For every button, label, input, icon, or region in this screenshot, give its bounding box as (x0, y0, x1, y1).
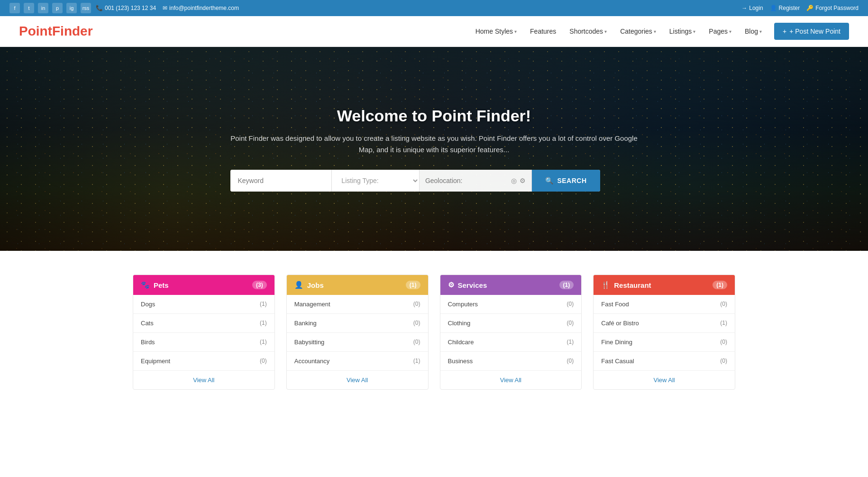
list-item[interactable]: Dogs (1) (133, 295, 274, 314)
category-items-list: Management (0) Banking (0) Babysitting (… (287, 295, 428, 370)
nav-pages[interactable]: Pages ▾ (703, 24, 737, 39)
geolocation-field[interactable]: ◎ ⚙ (420, 170, 532, 192)
geolocation-input[interactable] (425, 177, 508, 184)
top-bar-right: → Login 👤 Register 🔑 Forgot Password (741, 5, 859, 11)
category-name: Services (458, 281, 487, 289)
category-card-services: ⚙ Services (1) Computers (0) Clothing (0… (440, 275, 582, 390)
category-item-count: (0) (720, 358, 727, 365)
list-item[interactable]: Accountancy (1) (287, 352, 428, 370)
nav-features[interactable]: Features (524, 24, 562, 39)
nav-shortcodes[interactable]: Shortcodes ▾ (564, 24, 612, 39)
category-item-name: Equipment (141, 358, 170, 365)
category-item-name: Cats (141, 320, 154, 327)
phone-icon: 📞 (96, 5, 103, 11)
view-all-pets[interactable]: View All (133, 370, 274, 389)
category-header-pets[interactable]: 🐾 Pets (3) (133, 275, 274, 295)
list-item[interactable]: Fine Dining (0) (594, 333, 735, 352)
category-item-name: Accountancy (294, 358, 329, 365)
logo-text-rest: oint (28, 24, 52, 38)
category-header-services[interactable]: ⚙ Services (1) (440, 275, 582, 295)
nav-blog[interactable]: Blog ▾ (739, 24, 767, 39)
email-icon: ✉ (163, 5, 167, 11)
listing-type-select[interactable]: Listing Type: (332, 170, 420, 192)
phone-contact: 📞 001 (123) 123 12 34 (96, 5, 156, 11)
view-all-restaurant[interactable]: View All (594, 370, 735, 389)
list-item[interactable]: Management (0) (287, 295, 428, 314)
crosshair-icon[interactable]: ◎ (511, 177, 517, 184)
view-all-jobs[interactable]: View All (287, 370, 428, 389)
list-item[interactable]: Fast Casual (0) (594, 352, 735, 370)
list-item[interactable]: Cats (1) (133, 314, 274, 333)
category-count-badge: (3) (252, 281, 267, 289)
email-contact: ✉ info@pointfindertheme.com (163, 5, 239, 11)
category-header-left: 👤 Jobs (294, 281, 324, 289)
category-card-jobs: 👤 Jobs (1) Management (0) Banking (0) Ba… (286, 275, 429, 390)
post-new-point-button[interactable]: + + Post New Point (774, 23, 849, 40)
facebook-icon[interactable]: f (9, 3, 20, 13)
login-link[interactable]: → Login (741, 5, 763, 11)
rss-icon[interactable]: rss (81, 3, 91, 13)
chevron-down-icon: ▾ (693, 29, 695, 34)
category-count-badge: (1) (559, 281, 574, 289)
list-item[interactable]: Café or Bistro (1) (594, 314, 735, 333)
category-item-count: (1) (260, 320, 267, 327)
nav-listings[interactable]: Listings ▾ (664, 24, 701, 39)
list-item[interactable]: Computers (0) (440, 295, 582, 314)
category-count-badge: (1) (713, 281, 727, 289)
list-item[interactable]: Birds (1) (133, 333, 274, 352)
list-item[interactable]: Equipment (0) (133, 352, 274, 370)
twitter-icon[interactable]: t (24, 3, 34, 13)
category-card-pets: 🐾 Pets (3) Dogs (1) Cats (1) Birds (1) E… (133, 275, 275, 390)
logo-finder: Finder (52, 24, 93, 38)
category-item-name: Business (448, 358, 473, 365)
category-items-list: Dogs (1) Cats (1) Birds (1) Equipment (0… (133, 295, 274, 370)
search-bar: Listing Type: ◎ ⚙ 🔍 SEARCH (230, 170, 600, 192)
category-items-list: Fast Food (0) Café or Bistro (1) Fine Di… (594, 295, 735, 370)
search-button[interactable]: 🔍 SEARCH (532, 170, 600, 192)
logo-point: P (19, 24, 28, 38)
list-item[interactable]: Babysitting (0) (287, 333, 428, 352)
social-icons: f t in p ig rss (9, 3, 91, 13)
list-item[interactable]: Clothing (0) (440, 314, 582, 333)
login-icon: → (741, 5, 747, 11)
forgot-password-link[interactable]: 🔑 Forgot Password (806, 5, 859, 11)
list-item[interactable]: Fast Food (0) (594, 295, 735, 314)
list-item[interactable]: Business (0) (440, 352, 582, 370)
category-item-name: Birds (141, 339, 155, 346)
top-bar-left: f t in p ig rss 📞 001 (123) 123 12 34 ✉ … (9, 3, 239, 13)
logo[interactable]: PointFinder (19, 24, 93, 39)
plus-icon: + (783, 28, 786, 35)
list-item[interactable]: Banking (0) (287, 314, 428, 333)
category-name: Restaurant (614, 281, 651, 289)
category-header-restaurant[interactable]: 🍴 Restaurant (1) (594, 275, 735, 295)
instagram-icon[interactable]: ig (66, 3, 77, 13)
category-item-name: Fast Casual (601, 358, 634, 365)
view-all-services[interactable]: View All (440, 370, 582, 389)
category-item-count: (0) (567, 320, 574, 327)
nav-categories[interactable]: Categories ▾ (614, 24, 662, 39)
category-icon: ⚙ (448, 281, 454, 289)
register-icon: 👤 (770, 5, 777, 11)
category-item-count: (1) (720, 320, 727, 327)
register-link[interactable]: 👤 Register (770, 5, 800, 11)
category-item-count: (0) (720, 301, 727, 308)
list-item[interactable]: Childcare (1) (440, 333, 582, 352)
category-count-badge: (1) (406, 281, 420, 289)
category-header-jobs[interactable]: 👤 Jobs (1) (287, 275, 428, 295)
nav-home-styles[interactable]: Home Styles ▾ (470, 24, 522, 39)
top-bar: f t in p ig rss 📞 001 (123) 123 12 34 ✉ … (0, 0, 868, 16)
chevron-down-icon: ▾ (759, 29, 762, 34)
linkedin-icon[interactable]: in (38, 3, 48, 13)
hero-content: Welcome to Point Finder! Point Finder wa… (221, 107, 648, 192)
pinterest-icon[interactable]: p (52, 3, 63, 13)
categories-section: 🐾 Pets (3) Dogs (1) Cats (1) Birds (1) E… (0, 251, 868, 413)
category-item-name: Café or Bistro (601, 320, 639, 327)
keyword-input[interactable] (230, 170, 332, 192)
categories-grid: 🐾 Pets (3) Dogs (1) Cats (1) Birds (1) E… (133, 275, 735, 390)
category-item-name: Childcare (448, 339, 474, 346)
gear-icon[interactable]: ⚙ (520, 177, 526, 184)
category-name: Pets (154, 281, 169, 289)
category-item-count: (1) (260, 301, 267, 308)
category-item-count: (1) (260, 339, 267, 346)
category-item-count: (0) (720, 339, 727, 346)
